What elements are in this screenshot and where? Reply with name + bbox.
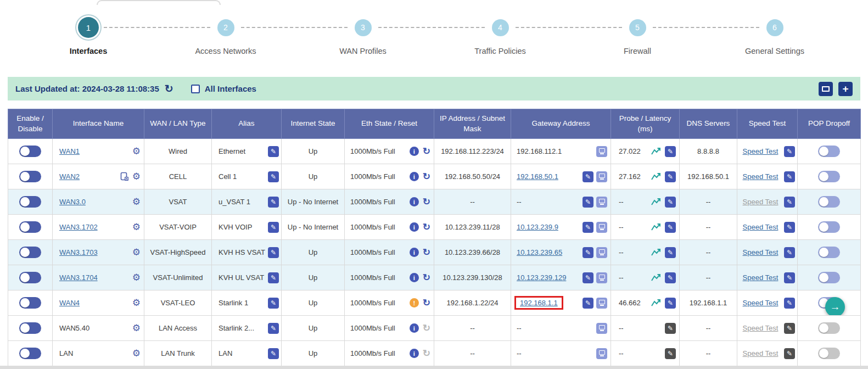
edit-icon[interactable]: ✎ (665, 348, 676, 359)
edit-icon[interactable]: ✎ (784, 323, 795, 334)
monitor-icon[interactable] (596, 197, 607, 208)
gateway-value[interactable]: 192.168.50.1 (517, 172, 558, 181)
all-interfaces-checkbox-group[interactable]: All Interfaces (191, 84, 256, 93)
stepper-step-firewall[interactable]: 5Firewall (569, 16, 706, 55)
edit-icon[interactable]: ✎ (268, 197, 279, 208)
pop-dropoff-toggle[interactable] (818, 146, 840, 157)
reset-icon[interactable]: ↻ (423, 248, 430, 257)
enable-toggle[interactable] (19, 171, 41, 182)
info-icon[interactable]: i (410, 172, 419, 181)
interface-name-link[interactable]: WAN2 (59, 172, 80, 181)
info-icon[interactable]: i (410, 323, 419, 333)
latency-chart-icon[interactable] (651, 172, 662, 181)
reset-icon[interactable]: ↻ (423, 172, 430, 181)
gear-icon[interactable]: ⚙ (132, 298, 141, 308)
edit-icon[interactable]: ✎ (583, 272, 593, 283)
info-icon[interactable]: i (410, 273, 419, 282)
enable-toggle[interactable] (19, 221, 41, 233)
edit-icon[interactable]: ✎ (268, 323, 279, 334)
edit-icon[interactable]: ✎ (583, 247, 593, 258)
enable-toggle[interactable] (19, 348, 41, 359)
speed-test-link[interactable]: Speed Test (740, 299, 781, 307)
stepper-step-wan-profiles[interactable]: 3WAN Profiles (294, 16, 432, 55)
edit-icon[interactable]: ✎ (784, 222, 795, 233)
gear-icon[interactable]: ⚙ (132, 147, 141, 156)
edit-icon[interactable]: ✎ (784, 197, 795, 208)
interface-name-link[interactable]: WAN1 (59, 147, 80, 155)
pop-dropoff-toggle[interactable] (818, 171, 840, 182)
monitor-icon[interactable] (596, 247, 607, 258)
gear-icon[interactable]: ⚙ (132, 172, 141, 181)
edit-icon[interactable]: ✎ (268, 247, 279, 258)
display-view-button[interactable] (819, 82, 833, 96)
monitor-icon[interactable] (596, 348, 607, 359)
edit-icon[interactable]: ✎ (268, 298, 279, 309)
edit-icon[interactable]: ✎ (583, 197, 593, 208)
warning-icon[interactable]: ! (410, 298, 419, 308)
enable-toggle[interactable] (19, 322, 41, 334)
edit-icon[interactable]: ✎ (665, 222, 676, 233)
speed-test-link[interactable]: Speed Test (740, 223, 781, 231)
edit-icon[interactable]: ✎ (583, 222, 593, 233)
enable-toggle[interactable] (19, 297, 41, 309)
gear-icon[interactable]: ⚙ (132, 323, 141, 333)
edit-icon[interactable]: ✎ (784, 146, 795, 157)
interface-name-link[interactable]: WAN3.1702 (59, 223, 98, 231)
speed-test-link[interactable]: Speed Test (740, 147, 781, 155)
refresh-icon[interactable]: ↻ (165, 83, 173, 94)
monitor-icon[interactable] (596, 171, 607, 182)
monitor-icon[interactable] (596, 298, 607, 309)
gateway-value[interactable]: 10.123.239.129 (517, 273, 566, 282)
info-icon[interactable]: i (410, 349, 419, 358)
edit-icon[interactable]: ✎ (665, 197, 676, 208)
reset-icon[interactable]: ↻ (423, 147, 430, 156)
info-icon[interactable]: i (410, 147, 419, 156)
edit-icon[interactable]: ✎ (665, 298, 676, 309)
edit-icon[interactable]: ✎ (665, 247, 676, 258)
edit-icon[interactable]: ✎ (665, 272, 676, 283)
edit-icon[interactable]: ✎ (784, 272, 795, 283)
reset-icon[interactable]: ↻ (423, 298, 430, 308)
info-icon[interactable]: i (410, 197, 419, 206)
gateway-value[interactable]: 10.123.239.9 (517, 223, 558, 231)
enable-toggle[interactable] (19, 146, 41, 157)
edit-icon[interactable]: ✎ (665, 171, 676, 182)
stepper-step-access-networks[interactable]: 2Access Networks (157, 16, 294, 55)
gear-icon[interactable]: ⚙ (132, 273, 141, 282)
reset-icon[interactable]: ↻ (423, 273, 430, 282)
next-arrow-fab[interactable]: → (825, 297, 845, 316)
interface-name-link[interactable]: WAN3.0 (59, 198, 86, 206)
latency-chart-icon[interactable] (651, 273, 662, 282)
latency-chart-icon[interactable] (651, 147, 662, 155)
latency-chart-icon[interactable] (651, 248, 662, 256)
enable-toggle[interactable] (19, 247, 41, 258)
gear-icon[interactable]: ⚙ (132, 222, 141, 232)
latency-chart-icon[interactable] (651, 299, 662, 307)
interface-name-link[interactable]: WAN4 (59, 299, 80, 307)
monitor-icon[interactable] (596, 222, 607, 233)
edit-icon[interactable]: ✎ (665, 323, 676, 334)
edit-icon[interactable]: ✎ (784, 298, 795, 309)
info-icon[interactable]: i (410, 248, 419, 257)
edit-icon[interactable]: ✎ (784, 348, 795, 359)
reset-icon[interactable]: ↻ (423, 222, 430, 232)
latency-chart-icon[interactable] (651, 198, 662, 206)
gear-icon[interactable]: ⚙ (132, 349, 141, 358)
latency-chart-icon[interactable] (651, 223, 662, 231)
edit-icon[interactable]: ✎ (583, 171, 593, 182)
enable-toggle[interactable] (19, 272, 41, 283)
edit-icon[interactable]: ✎ (784, 247, 795, 258)
gear-icon[interactable]: ⚙ (132, 197, 141, 206)
speed-test-link[interactable]: Speed Test (740, 172, 781, 181)
speed-test-link[interactable]: Speed Test (740, 248, 781, 256)
edit-icon[interactable]: ✎ (268, 146, 279, 157)
stepper-step-traffic-policies[interactable]: 4Traffic Policies (432, 16, 569, 55)
gear-icon[interactable]: ⚙ (132, 248, 141, 257)
interface-name-link[interactable]: WAN3.1703 (59, 248, 98, 256)
speed-test-link[interactable]: Speed Test (740, 273, 781, 282)
edit-icon[interactable]: ✎ (784, 171, 795, 182)
edit-icon[interactable]: ✎ (583, 298, 593, 309)
monitor-icon[interactable] (596, 323, 607, 334)
pop-dropoff-toggle[interactable] (818, 247, 840, 258)
edit-icon[interactable]: ✎ (268, 348, 279, 359)
